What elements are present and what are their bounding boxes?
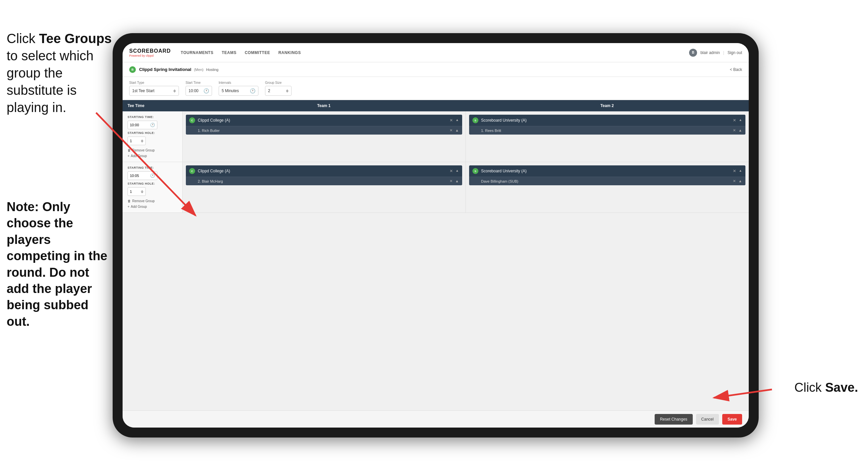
- group-1-team1-player-1-remove[interactable]: ✕: [450, 128, 453, 133]
- group-2-team2-player-1-actions: ✕ ▲: [733, 179, 742, 183]
- group-size-input[interactable]: 2: [265, 86, 291, 96]
- group-1-controls: STARTING TIME: 10:00 🕐 STARTING HOLE: 1: [123, 111, 182, 162]
- group-1-team2-player-1-actions: ✕ ▲: [733, 128, 742, 133]
- group-1-team2-remove[interactable]: ✕: [733, 118, 736, 123]
- logo-sub: Powered by clippd: [129, 54, 171, 57]
- nav-rankings[interactable]: RANKINGS: [278, 50, 301, 55]
- group-2-team1-cell: C Clippd College (A) ✕ ▲ 2. Blair McHarg…: [182, 162, 465, 212]
- group-2-team2-player-1: Dave Billingham (SUB) ✕ ▲: [469, 177, 745, 185]
- reset-changes-button[interactable]: Reset Changes: [655, 414, 693, 425]
- start-time-label: Start Time: [186, 81, 212, 85]
- nav-divider: |: [723, 50, 724, 55]
- group-2-row: STARTING TIME: 10:05 🕐 STARTING HOLE: 1: [123, 162, 749, 213]
- tournament-gender: (Men): [194, 68, 204, 71]
- hole-spinner-2[interactable]: [141, 190, 144, 193]
- nav-links: TOURNAMENTS TEAMS COMMITTEE RANKINGS: [181, 50, 689, 55]
- group-2-team1-remove[interactable]: ✕: [450, 169, 453, 173]
- start-time-input[interactable]: 10:00 🕐: [186, 86, 212, 96]
- start-type-input[interactable]: 1st Tee Start: [129, 86, 179, 96]
- group-1-team1-chevron[interactable]: ▲: [456, 118, 459, 123]
- add-group-btn-1[interactable]: + Add Group: [128, 154, 177, 158]
- group-2-team2-player-1-remove[interactable]: ✕: [733, 179, 736, 183]
- group-2-team1-player-1-name: 2. Blair McHarg: [198, 179, 450, 183]
- starting-time-input-2[interactable]: 10:05 🕐: [128, 171, 157, 180]
- group-1-team1-player-1-chevron[interactable]: ▲: [455, 128, 459, 133]
- nav-signout[interactable]: Sign out: [727, 50, 742, 55]
- starting-time-input-1[interactable]: 10:00 🕐: [128, 121, 157, 129]
- group-2-team1-player-1-remove[interactable]: ✕: [450, 179, 453, 183]
- starting-time-label-2: STARTING TIME:: [128, 166, 177, 169]
- team1-col-header: Team 1: [182, 100, 465, 111]
- team2-col-header: Team 2: [465, 100, 749, 111]
- nav-right: B blair admin | Sign out: [689, 49, 742, 57]
- start-type-label: Start Type: [129, 81, 179, 85]
- group-1-team1-player-1-name: 1. Rich Butler: [198, 128, 450, 133]
- group-2-team2-header: S Scoreboard University (A) ✕ ▲: [469, 166, 745, 177]
- click-save-instruction: Click Save.: [795, 380, 858, 395]
- group-1-team1-actions: ✕ ▲: [450, 118, 459, 123]
- group-1-team1-card: C Clippd College (A) ✕ ▲ 1. Rich Butler …: [186, 115, 462, 135]
- add-group-btn-2[interactable]: + Add Group: [128, 205, 177, 208]
- intervals-field: Intervals 5 Minutes 🕐: [219, 81, 258, 96]
- group-2-team1-logo: C: [189, 168, 195, 174]
- group-2-team2-player-1-name: Dave Billingham (SUB): [481, 179, 733, 183]
- group-1-team2-header: S Scoreboard University (A) ✕ ▲: [469, 115, 745, 126]
- group-2-team1-name: Clippd College (A): [198, 169, 447, 173]
- config-row: Start Type 1st Tee Start Start Time 10:0…: [123, 77, 749, 100]
- nav-tournaments[interactable]: TOURNAMENTS: [181, 50, 214, 55]
- tee-time-col-header: Tee Time: [123, 100, 182, 111]
- intervals-label: Intervals: [219, 81, 258, 85]
- group-2-team2-remove[interactable]: ✕: [733, 169, 736, 173]
- navbar: SCOREBOARD Powered by clippd TOURNAMENTS…: [123, 43, 749, 62]
- nav-committee[interactable]: COMMITTEE: [245, 50, 270, 55]
- save-bold: Save.: [825, 380, 858, 395]
- group-row: STARTING TIME: 10:00 🕐 STARTING HOLE: 1: [123, 111, 749, 162]
- group-2-team1-actions: ✕ ▲: [450, 169, 459, 173]
- hosting-label: Hosting: [206, 68, 218, 71]
- bottom-bar: Reset Changes Cancel Save: [123, 410, 749, 428]
- cancel-button[interactable]: Cancel: [696, 414, 719, 425]
- sub-header-logo: B: [129, 66, 136, 73]
- group-2-team2-name: Scoreboard University (A): [481, 169, 730, 173]
- starting-hole-label-1: STARTING HOLE:: [128, 131, 177, 135]
- nav-teams[interactable]: TEAMS: [222, 50, 237, 55]
- start-type-spinner[interactable]: [173, 89, 176, 92]
- group-1-team2-chevron[interactable]: ▲: [739, 118, 742, 123]
- remove-group-btn-2[interactable]: 🗑 Remove Group: [128, 199, 177, 203]
- starting-hole-label-2: STARTING HOLE:: [128, 182, 177, 185]
- logo-title: SCOREBOARD: [129, 48, 171, 54]
- group-2-team2-cell: S Scoreboard University (A) ✕ ▲ Dave Bil…: [465, 162, 749, 212]
- group-1-team1-header: C Clippd College (A) ✕ ▲: [186, 115, 462, 126]
- group-1-team2-player-1-remove[interactable]: ✕: [733, 128, 736, 133]
- group-1-team1-name: Clippd College (A): [198, 118, 447, 123]
- group-1-team2-cell: S Scoreboard University (A) ✕ ▲ 1. Rees …: [465, 111, 749, 162]
- remove-group-btn-1[interactable]: 🗑 Remove Group: [128, 148, 177, 152]
- starting-hole-input-2[interactable]: 1: [128, 187, 146, 196]
- tee-groups-bold: Tee Groups: [39, 31, 112, 46]
- back-button[interactable]: < Back: [730, 67, 742, 72]
- group-1-team2-player-1: 1. Rees Britt ✕ ▲: [469, 126, 745, 135]
- hole-spinner-1[interactable]: [141, 140, 144, 143]
- starting-time-label-1: STARTING TIME:: [128, 115, 177, 119]
- group-2-team1-card: C Clippd College (A) ✕ ▲ 2. Blair McHarg…: [186, 166, 462, 185]
- group-2-team2-chevron[interactable]: ▲: [739, 169, 742, 173]
- group-1-team2-player-1-name: 1. Rees Britt: [481, 128, 733, 133]
- intervals-input[interactable]: 5 Minutes 🕐: [219, 86, 258, 96]
- save-button[interactable]: Save: [722, 414, 742, 425]
- group-1-team2-player-1-chevron[interactable]: ▲: [739, 128, 742, 133]
- table-header: Tee Time Team 1 Team 2: [123, 100, 749, 111]
- starting-hole-input-1[interactable]: 1: [128, 137, 146, 145]
- note-text: Note: Only choose the players competing …: [7, 199, 109, 330]
- group-1-team1-logo: C: [189, 117, 195, 123]
- group-size-spinner[interactable]: [286, 89, 288, 92]
- group-1-team2-name: Scoreboard University (A): [481, 118, 730, 123]
- group-2-team1-chevron[interactable]: ▲: [456, 169, 459, 173]
- group-1-team1-remove[interactable]: ✕: [450, 118, 453, 123]
- group-2-team2-player-1-chevron[interactable]: ▲: [739, 179, 742, 183]
- sub-header: B Clippd Spring Invitational (Men) Hosti…: [123, 62, 749, 77]
- note-prefix: Note: Only choose the players competing …: [7, 200, 107, 328]
- nav-user: blair admin: [700, 50, 720, 55]
- tablet-frame: SCOREBOARD Powered by clippd TOURNAMENTS…: [113, 33, 759, 438]
- group-2-team1-player-1-chevron[interactable]: ▲: [455, 179, 459, 183]
- avatar: B: [689, 49, 697, 57]
